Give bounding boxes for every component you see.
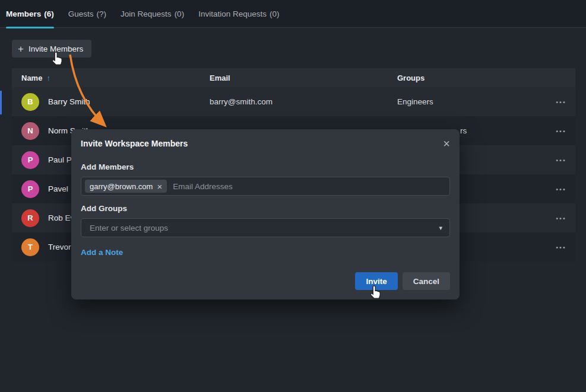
row-menu-icon[interactable]: ••• — [556, 157, 566, 164]
avatar: R — [21, 209, 39, 227]
invite-members-button[interactable]: + Invite Members — [12, 40, 91, 58]
plus-icon: + — [18, 44, 24, 54]
member-name: Paul P — [48, 155, 72, 164]
member-name: Trevor — [48, 243, 71, 251]
chip-remove-icon[interactable]: × — [157, 182, 162, 191]
invite-workspace-members-modal: Invite Workspace Members × Add Members g… — [71, 129, 460, 299]
tab-bar: Members (6) Guests (?) Join Requests (0)… — [0, 0, 586, 28]
member-name: Barry Smith — [48, 97, 90, 106]
tab-invitation-requests-label: Invitation Requests — [198, 9, 267, 18]
invite-members-label: Invite Members — [28, 44, 83, 53]
row-menu-icon[interactable]: ••• — [556, 128, 566, 135]
member-groups: Engineers — [397, 97, 547, 106]
avatar: T — [21, 238, 39, 256]
avatar: N — [21, 122, 39, 140]
active-tab-indicator — [6, 27, 54, 28]
groups-select[interactable]: Enter or select groups ▾ — [81, 218, 450, 237]
chevron-down-icon: ▾ — [439, 224, 442, 232]
add-members-label: Add Members — [81, 162, 450, 171]
tab-guests-label: Guests — [68, 9, 94, 18]
tab-members[interactable]: Members (6) — [6, 0, 54, 28]
email-chip-label: garry@brown.com — [90, 182, 153, 191]
member-email: barry@smith.com — [210, 97, 397, 106]
tab-join-requests[interactable]: Join Requests (0) — [121, 0, 184, 28]
members-admin-screen: Members (6) Guests (?) Join Requests (0)… — [0, 0, 586, 392]
column-header-groups[interactable]: Groups — [397, 74, 547, 82]
member-name: Pavel — [48, 184, 68, 193]
member-name: Rob Ev — [48, 213, 74, 222]
email-addresses-input[interactable]: garry@brown.com × Email Addresses — [81, 177, 450, 196]
email-input-placeholder: Email Addresses — [173, 182, 233, 191]
avatar: P — [21, 151, 39, 169]
tab-members-label: Members — [6, 9, 41, 18]
email-chip: garry@brown.com × — [85, 180, 167, 193]
left-accent-bar — [0, 91, 2, 114]
avatar: B — [21, 93, 39, 111]
row-menu-icon[interactable]: ••• — [556, 215, 566, 222]
row-menu-icon[interactable]: ••• — [556, 98, 566, 106]
tab-guests-count: (?) — [97, 9, 107, 18]
sort-ascending-icon[interactable]: ↑ — [46, 74, 50, 82]
tab-join-requests-label: Join Requests — [121, 9, 172, 18]
modal-body: Add Members garry@brown.com × Email Addr… — [71, 162, 460, 257]
modal-footer: Invite Cancel — [355, 272, 450, 290]
tab-invitation-requests-count: (0) — [270, 9, 280, 18]
tab-invitation-requests[interactable]: Invitation Requests (0) — [198, 0, 279, 28]
tab-guests[interactable]: Guests (?) — [68, 0, 106, 28]
table-row: B Barry Smith barry@smith.com Engineers … — [12, 87, 575, 116]
groups-select-placeholder: Enter or select groups — [90, 224, 168, 232]
table-header-row: Name ↑ Email Groups — [12, 68, 575, 87]
column-header-name[interactable]: Name ↑ — [21, 74, 210, 82]
add-note-link[interactable]: Add a Note — [81, 248, 123, 257]
invite-button[interactable]: Invite — [355, 272, 397, 290]
row-menu-icon[interactable]: ••• — [556, 244, 566, 251]
add-groups-label: Add Groups — [81, 204, 450, 213]
cancel-button[interactable]: Cancel — [403, 272, 450, 290]
name-header-label: Name — [21, 74, 42, 82]
row-menu-icon[interactable]: ••• — [556, 186, 566, 193]
tab-members-count: (6) — [44, 9, 54, 18]
tab-join-requests-count: (0) — [175, 9, 185, 18]
close-icon[interactable]: × — [443, 138, 450, 149]
modal-header: Invite Workspace Members × — [71, 129, 460, 154]
modal-title: Invite Workspace Members — [81, 139, 188, 148]
avatar: P — [21, 180, 39, 198]
column-header-email[interactable]: Email — [210, 74, 397, 82]
